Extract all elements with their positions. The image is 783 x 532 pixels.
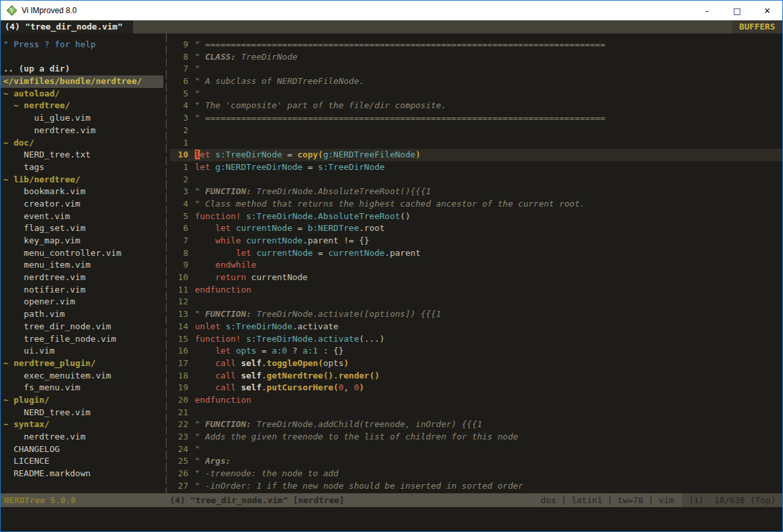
code-line[interactable]: 26" -treenode: the node to add bbox=[170, 468, 782, 480]
tree-file-row[interactable]: NERD_tree.txt bbox=[3, 149, 163, 161]
code-line[interactable]: 1 bbox=[170, 137, 782, 150]
code-line[interactable]: 4" Class method that returns the highest… bbox=[170, 198, 782, 211]
code-token: opts bbox=[323, 358, 344, 368]
tabline-fill bbox=[133, 20, 732, 33]
code-line[interactable]: 13" FUNCTION: TreeDirNode.activate([opti… bbox=[170, 308, 782, 321]
tree-file-row[interactable]: exec_menuitem.vim bbox=[3, 370, 163, 382]
tree-root-row[interactable]: </vimfiles/bundle/nerdtree/ bbox=[1, 75, 163, 88]
code-token: " ======================================… bbox=[195, 113, 605, 123]
tree-file-row[interactable]: tags bbox=[3, 161, 163, 174]
code-line[interactable]: 1let g:NERDTreeDirNode = s:TreeDirNode bbox=[170, 161, 782, 174]
code-line[interactable]: 8" CLASS: TreeDirNode bbox=[170, 51, 782, 64]
code-line[interactable]: 4" The 'composite' part of the file/dir … bbox=[170, 100, 782, 112]
tree-file-row[interactable]: nerdtree.vim bbox=[3, 431, 163, 443]
code-line[interactable]: 15function! s:TreeDirNode.activate(...) bbox=[170, 333, 782, 346]
line-number: 10 bbox=[170, 272, 188, 284]
tree-dir-row[interactable]: ~ lib/nerdtree/ bbox=[3, 174, 163, 186]
tree-file-row[interactable]: notifier.vim bbox=[3, 284, 163, 297]
code-text bbox=[195, 174, 782, 186]
code-text: function! s:TreeDirNode.AbsoluteTreeRoot… bbox=[195, 211, 782, 223]
code-line[interactable]: 7" bbox=[170, 63, 782, 75]
code-line[interactable]: 8 let currentNode = currentNode.parent bbox=[170, 247, 782, 260]
code-line[interactable]: 5function! s:TreeDirNode.AbsoluteTreeRoo… bbox=[170, 211, 782, 223]
tree-help-row[interactable]: " Press ? for help bbox=[3, 39, 163, 51]
code-token: TreeDirNode.AbsoluteTreeRoot(){{{1 bbox=[251, 186, 431, 196]
code-line[interactable]: 23" Adds the given treenode to the list … bbox=[170, 431, 782, 443]
tree-file-row[interactable]: path.vim bbox=[3, 308, 163, 321]
code-line-current[interactable]: 10let s:TreeDirNode = copy(g:NERDTreeFil… bbox=[170, 149, 782, 161]
code-line[interactable]: 10 return currentNode bbox=[170, 272, 782, 284]
code-line[interactable]: 3" =====================================… bbox=[170, 112, 782, 125]
code-line[interactable]: 7 while currentNode.parent != {} bbox=[170, 235, 782, 247]
code-text: " ======================================… bbox=[195, 112, 782, 125]
tree-file-row[interactable]: opener.vim bbox=[3, 296, 163, 308]
code-line[interactable]: 21 bbox=[170, 407, 782, 419]
command-line[interactable] bbox=[1, 507, 782, 531]
tree-dir-row[interactable]: ~ autoload/ bbox=[3, 88, 163, 100]
tree-file-row[interactable]: tree_file_node.vim bbox=[3, 333, 163, 346]
buffers-label[interactable]: BUFFERS bbox=[732, 20, 782, 33]
code-line[interactable]: 3" FUNCTION: TreeDirNode.AbsoluteTreeRoo… bbox=[170, 186, 782, 198]
code-line[interactable]: 5" bbox=[170, 88, 782, 100]
maximize-button[interactable]: □ bbox=[722, 1, 752, 20]
tree-dir-row[interactable]: ~ plugin/ bbox=[3, 394, 163, 407]
tree-file-row[interactable]: nerdtree.vim bbox=[3, 125, 163, 137]
tree-dir-row[interactable]: ~ nerdtree/ bbox=[3, 100, 163, 112]
code-line[interactable]: 27" -inOrder: 1 if the new node should b… bbox=[170, 480, 782, 493]
code-line[interactable]: 16 let opts = a:0 ? a:1 : {} bbox=[170, 345, 782, 358]
line-number: 5 bbox=[170, 88, 188, 100]
code-line[interactable]: 2 bbox=[170, 125, 782, 137]
code-line[interactable]: 9 endwhile bbox=[170, 259, 782, 272]
code-line[interactable]: 22" FUNCTION: TreeDirNode.addChild(treen… bbox=[170, 419, 782, 431]
tree-file-row[interactable]: nerdtree.vim bbox=[3, 272, 163, 284]
code-token: " -treenode: the node to add bbox=[195, 468, 338, 478]
tree-file-row[interactable]: README.markdown bbox=[3, 468, 163, 480]
tree-file-row[interactable]: fs_menu.vim bbox=[3, 382, 163, 394]
tree-file-row[interactable]: bookmark.vim bbox=[3, 186, 163, 198]
line-number: 23 bbox=[170, 431, 188, 443]
code-line[interactable]: 11endfunction bbox=[170, 284, 782, 297]
code-line[interactable]: 19 call self.putCursorHere(0, 0) bbox=[170, 382, 782, 394]
editor-buffer[interactable]: 9" =====================================… bbox=[170, 33, 782, 493]
code-token: et bbox=[200, 150, 211, 159]
tree-up-row[interactable]: .. (up a dir) bbox=[3, 63, 163, 75]
window-separator[interactable] bbox=[163, 33, 170, 493]
tree-file-row[interactable]: tree_dir_node.vim bbox=[3, 321, 163, 333]
code-line[interactable]: 20endfunction bbox=[170, 394, 782, 407]
code-line[interactable]: 6 let currentNode = b:NERDTree.root bbox=[170, 222, 782, 235]
code-token bbox=[195, 248, 236, 258]
code-line[interactable]: 14unlet s:TreeDirNode.activate bbox=[170, 321, 782, 333]
code-token: " bbox=[195, 64, 200, 73]
code-line[interactable]: 2 bbox=[170, 174, 782, 186]
tree-file-row[interactable]: event.vim bbox=[3, 211, 163, 223]
code-line[interactable]: 12 bbox=[170, 296, 782, 308]
line-number: 10 bbox=[170, 149, 188, 161]
nerdtree-panel: " Press ? for help .. (up a dir)</vimfil… bbox=[1, 33, 163, 493]
code-line[interactable]: 25" Args: bbox=[170, 455, 782, 468]
code-token: TreeDirNode bbox=[236, 52, 298, 62]
tree-dir-row[interactable]: ~ doc/ bbox=[3, 137, 163, 150]
tree-file-row[interactable]: flag_set.vim bbox=[3, 222, 163, 235]
minimize-button[interactable]: – bbox=[692, 1, 722, 20]
close-button[interactable]: ✕ bbox=[752, 1, 782, 20]
code-line[interactable]: 24" bbox=[170, 443, 782, 456]
tree-dir-row[interactable]: ~ syntax/ bbox=[3, 419, 163, 431]
tree-file-row[interactable]: NERD_tree.vim bbox=[3, 407, 163, 419]
tree-file-row[interactable]: ui_glue.vim bbox=[3, 112, 163, 125]
code-line[interactable]: 6" A subclass of NERDTreeFileNode. bbox=[170, 75, 782, 88]
tree-file-row[interactable]: creator.vim bbox=[3, 198, 163, 211]
tree-dir-row[interactable]: ~ nerdtree_plugin/ bbox=[3, 358, 163, 370]
code-line[interactable]: 9" =====================================… bbox=[170, 39, 782, 51]
code-line[interactable]: 17 call self.toggleOpen(opts) bbox=[170, 358, 782, 370]
line-number: 6 bbox=[170, 75, 188, 88]
tree-file-row[interactable]: menu_controller.vim bbox=[3, 247, 163, 260]
tab-tree-dir-node[interactable]: (4) "tree_dir_node.vim" bbox=[1, 20, 133, 33]
tree-file-row[interactable]: menu_item.vim bbox=[3, 259, 163, 272]
code-line[interactable]: 18 call self.getNerdtree().render() bbox=[170, 370, 782, 382]
tree-file-row[interactable]: CHANGELOG bbox=[3, 443, 163, 456]
tree-file-row[interactable]: LICENCE bbox=[3, 455, 163, 468]
tree-file-row[interactable]: key_map.vim bbox=[3, 235, 163, 247]
code-text: " bbox=[195, 63, 782, 75]
tree-file-row[interactable]: ui.vim bbox=[3, 345, 163, 358]
main-area: " Press ? for help .. (up a dir)</vimfil… bbox=[1, 33, 782, 493]
